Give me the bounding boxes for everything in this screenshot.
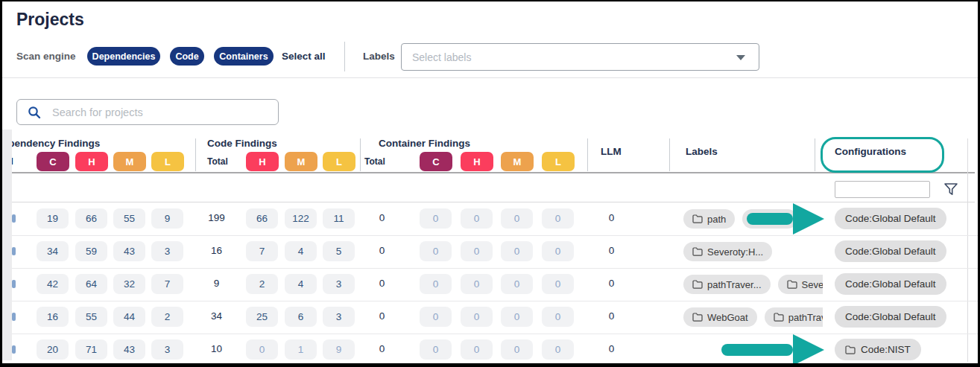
label-chip[interactable]: path: [683, 209, 735, 229]
finding-count-container-H[interactable]: 0: [461, 339, 493, 360]
finding-count-code-M[interactable]: 6: [285, 307, 317, 327]
scan-engine-label: Scan engine: [16, 51, 76, 62]
configuration-chip[interactable]: Code:Global Default: [835, 306, 946, 328]
engine-toggle-label: Code: [175, 51, 198, 62]
configurations-cell: Code:Global Default: [835, 240, 946, 262]
finding-count-container-H[interactable]: 0: [461, 274, 493, 294]
finding-count-dependency-L[interactable]: 3: [151, 241, 183, 261]
configuration-chip[interactable]: Code:NIST: [835, 339, 921, 360]
label-chip-text: Severoty:H...: [707, 246, 763, 258]
configuration-chip[interactable]: Code:Global Default: [835, 208, 946, 229]
finding-count-dependency-L[interactable]: 7: [151, 274, 183, 294]
configuration-chip-text: Code:NIST: [861, 344, 911, 355]
configuration-chip-text: Code:Global Default: [845, 278, 936, 290]
finding-count-container-M[interactable]: 0: [501, 241, 533, 261]
finding-count-container-H[interactable]: 0: [461, 307, 493, 327]
engine-toggle-containers[interactable]: Containers: [214, 47, 274, 66]
finding-count-dependency-C[interactable]: 19: [37, 208, 69, 229]
severity-badge-container-H: H: [461, 152, 493, 171]
finding-count-code-M[interactable]: 122: [285, 208, 317, 229]
finding-count-container-C[interactable]: 0: [420, 274, 452, 294]
select-all-button[interactable]: Select all: [282, 51, 326, 62]
finding-count-container-C[interactable]: 0: [420, 241, 452, 261]
configurations-cell: Code:NIST: [835, 339, 921, 360]
finding-count-dependency-H[interactable]: 59: [75, 241, 107, 261]
finding-count-container-H[interactable]: 0: [461, 208, 493, 229]
label-chip[interactable]: Severoty:H...: [683, 242, 772, 261]
finding-count-container-H[interactable]: 0: [461, 241, 493, 261]
configuration-chip[interactable]: Code:Global Default: [835, 273, 946, 295]
engine-toggle-code[interactable]: Code: [170, 47, 204, 66]
finding-count-container-L[interactable]: 0: [542, 241, 574, 261]
finding-count-dependency-M[interactable]: 55: [113, 208, 145, 229]
finding-count-dependency-M[interactable]: 43: [113, 241, 145, 261]
label-chip[interactable]: pathTraver...: [683, 275, 771, 294]
configurations-cell: Code:Global Default: [835, 273, 946, 295]
finding-count-container-M[interactable]: 0: [501, 208, 533, 229]
finding-count-container-C[interactable]: 0: [420, 208, 452, 229]
folder-icon: [692, 247, 703, 256]
configurations-filter-input[interactable]: [835, 181, 930, 198]
engine-toggle-dependencies[interactable]: Dependencies: [87, 47, 160, 66]
finding-count-code-L[interactable]: 9: [323, 339, 355, 360]
finding-count-dependency-C[interactable]: 16: [37, 307, 69, 327]
finding-count-code-L[interactable]: 3: [323, 274, 355, 294]
severity-badge-dependency-M: M: [113, 152, 146, 171]
finding-count-code-L[interactable]: 11: [323, 208, 355, 229]
label-chip-text: WebGoat: [707, 312, 748, 323]
finding-count-dependency-L[interactable]: 3: [151, 339, 183, 360]
finding-count-dependency-C[interactable]: 34: [37, 241, 69, 261]
finding-count-dependency-M[interactable]: 43: [113, 339, 145, 360]
finding-count-dependency-L[interactable]: 9: [151, 208, 183, 229]
finding-count-container-M[interactable]: 0: [501, 339, 533, 360]
column-group-code-findings: Code Findings: [207, 138, 277, 149]
finding-count-dependency-H[interactable]: 64: [75, 274, 107, 294]
toolbar-divider: [344, 42, 345, 71]
labels-filter-label: Labels: [363, 51, 395, 62]
label-chip-text: Severoty: [802, 279, 823, 290]
finding-count-code-H[interactable]: 0: [246, 339, 278, 360]
finding-count-code-H[interactable]: 66: [246, 208, 278, 229]
finding-count-dependency-H[interactable]: 71: [75, 339, 107, 360]
code-total: 16: [200, 245, 233, 256]
finding-count-code-M[interactable]: 4: [285, 274, 317, 294]
finding-count-container-C[interactable]: 0: [420, 339, 452, 360]
finding-count-container-M[interactable]: 0: [501, 307, 533, 327]
truncated-left-column-fragment: [12, 214, 16, 223]
filter-funnel-icon[interactable]: [943, 182, 958, 197]
search-input[interactable]: Search for projects: [16, 99, 279, 125]
label-chip[interactable]: Severoty: [778, 275, 823, 294]
finding-count-code-L[interactable]: 3: [323, 307, 355, 327]
table-row: 207143310019000000Code:NIST: [0, 334, 980, 367]
label-chip[interactable]: WebGoat: [683, 307, 757, 327]
finding-count-dependency-H[interactable]: 55: [75, 307, 107, 327]
finding-count-container-L[interactable]: 0: [542, 274, 574, 294]
finding-count-code-L[interactable]: 5: [323, 241, 355, 261]
configuration-chip[interactable]: Code:Global Default: [835, 240, 946, 262]
finding-count-dependency-C[interactable]: 42: [37, 274, 69, 294]
severity-badge-dependency-C: C: [37, 152, 69, 171]
finding-count-container-L[interactable]: 0: [542, 208, 574, 229]
label-chip[interactable]: pathTraver..: [765, 307, 823, 327]
finding-count-code-M[interactable]: 4: [285, 241, 317, 261]
severity-badge-container-L: L: [542, 152, 575, 171]
finding-count-container-C[interactable]: 0: [420, 307, 452, 327]
finding-count-container-M[interactable]: 0: [501, 274, 533, 294]
column-header-llm: LLM: [601, 146, 622, 157]
configuration-chip-text: Code:Global Default: [845, 213, 936, 224]
finding-count-container-L[interactable]: 0: [542, 339, 574, 360]
finding-count-dependency-L[interactable]: 2: [151, 307, 183, 327]
finding-count-dependency-C[interactable]: 20: [37, 339, 69, 360]
finding-count-dependency-M[interactable]: 44: [113, 307, 145, 327]
finding-count-container-L[interactable]: 0: [542, 307, 574, 327]
table-row: 42643279243000000pathTraver...SeverotyCo…: [0, 268, 980, 301]
finding-count-code-M[interactable]: 1: [285, 339, 317, 360]
finding-count-code-H[interactable]: 25: [246, 307, 278, 327]
finding-count-code-H[interactable]: 2: [246, 274, 278, 294]
finding-count-dependency-M[interactable]: 32: [113, 274, 145, 294]
finding-count-code-H[interactable]: 7: [246, 241, 278, 261]
search-placeholder: Search for projects: [52, 106, 143, 118]
finding-count-dependency-H[interactable]: 66: [75, 208, 107, 229]
severity-badge-container-M: M: [501, 152, 534, 171]
labels-select[interactable]: Select labels: [401, 43, 759, 71]
